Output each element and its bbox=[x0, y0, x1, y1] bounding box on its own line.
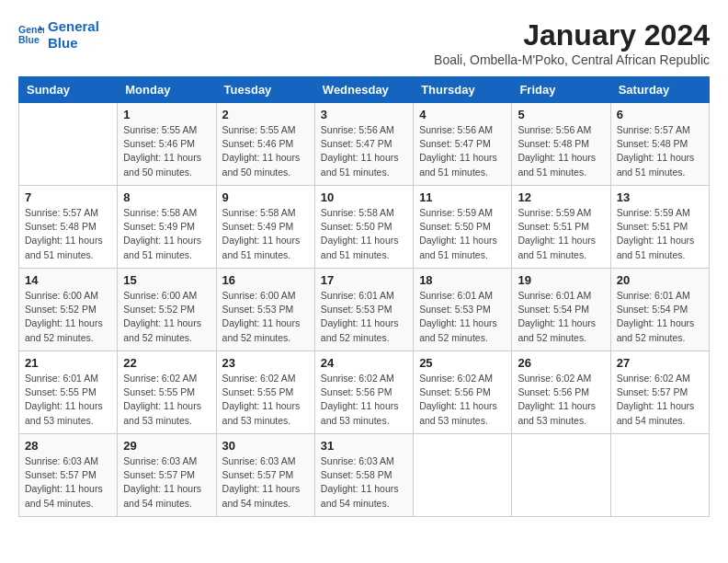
calendar-cell: 14Sunrise: 6:00 AM Sunset: 5:52 PM Dayli… bbox=[19, 269, 118, 351]
day-number: 5 bbox=[518, 108, 604, 121]
calendar-cell: 12Sunrise: 5:59 AM Sunset: 5:51 PM Dayli… bbox=[512, 186, 610, 269]
day-number: 26 bbox=[518, 356, 604, 370]
day-number: 12 bbox=[518, 190, 604, 204]
day-number: 31 bbox=[321, 439, 407, 453]
calendar-cell: 22Sunrise: 6:02 AM Sunset: 5:55 PM Dayli… bbox=[118, 351, 216, 434]
logo-icon: General Blue bbox=[18, 22, 44, 48]
calendar-cell: 11Sunrise: 5:59 AM Sunset: 5:50 PM Dayli… bbox=[414, 186, 512, 269]
day-number: 15 bbox=[123, 273, 210, 287]
day-number: 10 bbox=[321, 190, 407, 204]
calendar-header-row: SundayMondayTuesdayWednesdayThursdayFrid… bbox=[19, 77, 710, 103]
header-thursday: Thursday bbox=[414, 77, 512, 103]
day-number: 4 bbox=[419, 108, 506, 121]
calendar-body: 1Sunrise: 5:55 AM Sunset: 5:46 PM Daylig… bbox=[19, 103, 710, 517]
calendar-cell: 20Sunrise: 6:01 AM Sunset: 5:54 PM Dayli… bbox=[610, 269, 709, 351]
calendar-week-2: 7Sunrise: 5:57 AM Sunset: 5:48 PM Daylig… bbox=[19, 186, 710, 269]
day-number: 17 bbox=[321, 273, 407, 287]
header-saturday: Saturday bbox=[610, 77, 709, 103]
logo-line1: General bbox=[48, 18, 99, 35]
day-info: Sunrise: 6:02 AM Sunset: 5:55 PM Dayligh… bbox=[222, 372, 309, 428]
calendar-table: SundayMondayTuesdayWednesdayThursdayFrid… bbox=[18, 76, 710, 517]
calendar-week-1: 1Sunrise: 5:55 AM Sunset: 5:46 PM Daylig… bbox=[19, 103, 710, 186]
header-monday: Monday bbox=[118, 77, 216, 103]
day-info: Sunrise: 6:01 AM Sunset: 5:53 PM Dayligh… bbox=[419, 289, 506, 345]
day-info: Sunrise: 6:00 AM Sunset: 5:52 PM Dayligh… bbox=[123, 289, 210, 345]
header-tuesday: Tuesday bbox=[216, 77, 314, 103]
calendar-cell: 21Sunrise: 6:01 AM Sunset: 5:55 PM Dayli… bbox=[19, 351, 118, 434]
day-number: 14 bbox=[25, 273, 111, 287]
day-info: Sunrise: 5:59 AM Sunset: 5:51 PM Dayligh… bbox=[617, 206, 703, 262]
calendar-cell: 3Sunrise: 5:56 AM Sunset: 5:47 PM Daylig… bbox=[314, 103, 413, 186]
day-number: 11 bbox=[419, 190, 506, 204]
calendar-title: January 2024 Boali, Ombella-M'Poko, Cent… bbox=[434, 18, 710, 67]
day-info: Sunrise: 6:02 AM Sunset: 5:56 PM Dayligh… bbox=[518, 372, 604, 428]
day-number: 27 bbox=[617, 356, 703, 370]
calendar-cell: 27Sunrise: 6:02 AM Sunset: 5:57 PM Dayli… bbox=[610, 351, 709, 434]
day-info: Sunrise: 6:03 AM Sunset: 5:57 PM Dayligh… bbox=[123, 454, 210, 511]
calendar-cell: 8Sunrise: 5:58 AM Sunset: 5:49 PM Daylig… bbox=[118, 186, 216, 269]
day-number: 16 bbox=[222, 273, 309, 287]
day-info: Sunrise: 6:02 AM Sunset: 5:56 PM Dayligh… bbox=[321, 372, 407, 428]
calendar-cell bbox=[512, 434, 610, 517]
calendar-cell bbox=[610, 434, 709, 517]
day-number: 3 bbox=[321, 108, 407, 121]
day-number: 1 bbox=[123, 108, 210, 121]
header-friday: Friday bbox=[512, 77, 610, 103]
location: Boali, Ombella-M'Poko, Central African R… bbox=[434, 52, 710, 67]
page-header: General Blue General Blue January 2024 B… bbox=[18, 18, 710, 67]
month-year: January 2024 bbox=[434, 18, 710, 52]
day-number: 24 bbox=[321, 356, 407, 370]
day-info: Sunrise: 6:01 AM Sunset: 5:54 PM Dayligh… bbox=[518, 289, 604, 345]
logo: General Blue General Blue bbox=[18, 18, 99, 52]
day-info: Sunrise: 6:02 AM Sunset: 5:55 PM Dayligh… bbox=[123, 372, 210, 428]
day-info: Sunrise: 6:03 AM Sunset: 5:57 PM Dayligh… bbox=[222, 454, 309, 511]
calendar-cell: 16Sunrise: 6:00 AM Sunset: 5:53 PM Dayli… bbox=[216, 269, 314, 351]
day-number: 13 bbox=[617, 190, 703, 204]
calendar-cell: 28Sunrise: 6:03 AM Sunset: 5:57 PM Dayli… bbox=[19, 434, 118, 517]
day-info: Sunrise: 6:01 AM Sunset: 5:53 PM Dayligh… bbox=[321, 289, 407, 345]
day-number: 2 bbox=[222, 108, 309, 121]
day-info: Sunrise: 5:58 AM Sunset: 5:50 PM Dayligh… bbox=[321, 206, 407, 262]
calendar-week-3: 14Sunrise: 6:00 AM Sunset: 5:52 PM Dayli… bbox=[19, 269, 710, 351]
calendar-cell bbox=[19, 103, 118, 186]
day-number: 28 bbox=[25, 439, 111, 453]
calendar-cell: 13Sunrise: 5:59 AM Sunset: 5:51 PM Dayli… bbox=[610, 186, 709, 269]
calendar-cell: 4Sunrise: 5:56 AM Sunset: 5:47 PM Daylig… bbox=[414, 103, 512, 186]
day-number: 19 bbox=[518, 273, 604, 287]
day-info: Sunrise: 6:02 AM Sunset: 5:56 PM Dayligh… bbox=[419, 372, 506, 428]
calendar-week-5: 28Sunrise: 6:03 AM Sunset: 5:57 PM Dayli… bbox=[19, 434, 710, 517]
calendar-cell bbox=[414, 434, 512, 517]
day-number: 7 bbox=[25, 190, 111, 204]
calendar-cell: 24Sunrise: 6:02 AM Sunset: 5:56 PM Dayli… bbox=[314, 351, 413, 434]
day-info: Sunrise: 5:58 AM Sunset: 5:49 PM Dayligh… bbox=[123, 206, 210, 262]
day-info: Sunrise: 5:55 AM Sunset: 5:46 PM Dayligh… bbox=[222, 123, 309, 179]
day-info: Sunrise: 6:03 AM Sunset: 5:58 PM Dayligh… bbox=[321, 454, 407, 511]
header-sunday: Sunday bbox=[19, 77, 118, 103]
day-number: 22 bbox=[123, 356, 210, 370]
day-number: 9 bbox=[222, 190, 309, 204]
day-number: 30 bbox=[222, 439, 309, 453]
day-info: Sunrise: 6:00 AM Sunset: 5:53 PM Dayligh… bbox=[222, 289, 309, 345]
calendar-week-4: 21Sunrise: 6:01 AM Sunset: 5:55 PM Dayli… bbox=[19, 351, 710, 434]
calendar-cell: 7Sunrise: 5:57 AM Sunset: 5:48 PM Daylig… bbox=[19, 186, 118, 269]
day-info: Sunrise: 5:59 AM Sunset: 5:50 PM Dayligh… bbox=[419, 206, 506, 262]
calendar-cell: 18Sunrise: 6:01 AM Sunset: 5:53 PM Dayli… bbox=[414, 269, 512, 351]
calendar-cell: 31Sunrise: 6:03 AM Sunset: 5:58 PM Dayli… bbox=[314, 434, 413, 517]
day-info: Sunrise: 5:57 AM Sunset: 5:48 PM Dayligh… bbox=[25, 206, 111, 262]
day-number: 23 bbox=[222, 356, 309, 370]
day-number: 21 bbox=[25, 356, 111, 370]
day-info: Sunrise: 5:59 AM Sunset: 5:51 PM Dayligh… bbox=[518, 206, 604, 262]
day-info: Sunrise: 5:55 AM Sunset: 5:46 PM Dayligh… bbox=[123, 123, 210, 179]
calendar-cell: 19Sunrise: 6:01 AM Sunset: 5:54 PM Dayli… bbox=[512, 269, 610, 351]
calendar-cell: 15Sunrise: 6:00 AM Sunset: 5:52 PM Dayli… bbox=[118, 269, 216, 351]
day-info: Sunrise: 5:57 AM Sunset: 5:48 PM Dayligh… bbox=[617, 123, 703, 179]
calendar-cell: 2Sunrise: 5:55 AM Sunset: 5:46 PM Daylig… bbox=[216, 103, 314, 186]
day-info: Sunrise: 5:58 AM Sunset: 5:49 PM Dayligh… bbox=[222, 206, 309, 262]
day-info: Sunrise: 5:56 AM Sunset: 5:48 PM Dayligh… bbox=[518, 123, 604, 179]
day-info: Sunrise: 5:56 AM Sunset: 5:47 PM Dayligh… bbox=[419, 123, 506, 179]
day-info: Sunrise: 6:03 AM Sunset: 5:57 PM Dayligh… bbox=[25, 454, 111, 511]
day-info: Sunrise: 6:00 AM Sunset: 5:52 PM Dayligh… bbox=[25, 289, 111, 345]
header-wednesday: Wednesday bbox=[314, 77, 413, 103]
day-info: Sunrise: 6:01 AM Sunset: 5:55 PM Dayligh… bbox=[25, 372, 111, 428]
calendar-cell: 17Sunrise: 6:01 AM Sunset: 5:53 PM Dayli… bbox=[314, 269, 413, 351]
